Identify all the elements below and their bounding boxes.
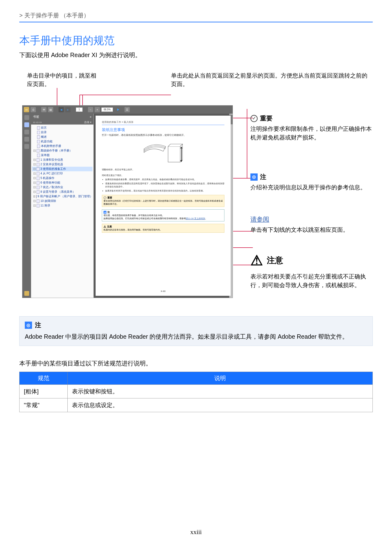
bookmarks-title: 书签 xyxy=(33,115,39,119)
bookmarks-tool-icons[interactable]: ▭ ▭ ▭ xyxy=(33,121,42,124)
edit-panel-icon[interactable] xyxy=(24,130,29,134)
legend-see-desc: 单击有下划线的文本以跳至相应页面。 xyxy=(250,226,376,234)
callout-back-click: 单击此处从当前页返回至之前显示的页面。方便您从当前页返回至跳转之前的页面。 xyxy=(171,72,368,88)
note-tail: 。 xyxy=(205,217,207,220)
caution-head: 注意 xyxy=(107,225,112,228)
important-body: 要在使用过的纸张（已经打印过的纸张）上进行复印时，请勿使用装订或者固定在一起的纸… xyxy=(103,199,223,206)
forward-button[interactable]: ▶ xyxy=(65,107,71,112)
bookmark-item[interactable]: +9 用户验证和帐户 （用户登录、部门管理） xyxy=(32,194,93,199)
legend-see: 请参阅 单击有下划线的文本以跳至相应页面。 xyxy=(250,215,376,234)
doc-page-number: x-xx xyxy=(96,290,231,292)
bookmark-item[interactable]: 目录 xyxy=(32,130,93,135)
tool-icon[interactable]: ☰ xyxy=(124,107,130,112)
legend-important-desc: 注明操作要求和限制条件，以便用户正确操作本机并避免机器或财产损坏。 xyxy=(250,124,376,142)
bookmark-item[interactable]: +6 使用各种功能 xyxy=(32,180,93,185)
doc-bullet: 如果纸张卷曲或者折叠，请将其抚平，然后再装入纸盒。卷曲或者折叠的纸张可能会造成卡… xyxy=(105,178,225,181)
legend-warn: ⚠注意 表示若对相关要点不引起充分重视或不正确执行，则可能会导致人身伤害，或机械… xyxy=(250,250,376,290)
bookmarks-options[interactable]: 选项 xyxy=(84,121,89,124)
zoom-in-icon[interactable]: + xyxy=(95,107,100,112)
warning-icon: ⚠ xyxy=(250,250,263,271)
bookmark-item[interactable]: +4 从 PC 进行打印 xyxy=(32,171,93,176)
leader-line xyxy=(233,247,253,248)
header-rule xyxy=(19,22,373,22)
conventions-table: 规范 说明 [粗体]表示按键和按钮。"常规"表示信息或设定。 xyxy=(19,372,373,412)
legend-warn-title: 注意 xyxy=(267,254,283,266)
big-note-title: 注 xyxy=(35,321,41,329)
bookmark-item[interactable]: +3 使用前的准备工作 xyxy=(32,167,93,171)
leader-line xyxy=(247,109,247,178)
see-link[interactable]: 第11-16 页上的纸张 xyxy=(186,217,205,220)
pages-panel-icon[interactable] xyxy=(24,115,29,120)
bookmark-item[interactable]: +2 安装并设置机器 xyxy=(32,162,93,167)
table-head-c1: 规范 xyxy=(20,372,68,384)
doc-rule xyxy=(102,125,225,125)
doc-bullets: 如果纸张卷曲或者折叠，请将其抚平，然后再装入纸盒。卷曲或者折叠的纸张可能会造成卡… xyxy=(102,178,225,192)
warning-icon: ⚠ xyxy=(103,225,106,228)
mail-icon[interactable]: ✉ xyxy=(41,107,46,112)
bookmark-item[interactable]: +7 状态／取消作业 xyxy=(32,185,93,190)
paper-fanning-illustration xyxy=(139,139,187,166)
svg-rect-0 xyxy=(168,146,180,162)
bookmark-item[interactable]: +高级操作手册（本手册） xyxy=(32,148,93,153)
leader-line xyxy=(233,178,253,178)
toolbar: ▭ ⎙ ✉ ▤ ◀ ▶ 1 − + 66.5% ☰ xyxy=(22,105,232,114)
note-box: ◎注 请注意，有些类型的纸张易于卷曲，并可能在出纸单元处卡纸。 如果使用如公函信… xyxy=(102,209,225,221)
comment-panel-icon[interactable] xyxy=(24,137,29,142)
table-row: [粗体]表示按键和按钮。 xyxy=(20,384,373,398)
leader-line xyxy=(233,265,253,265)
bookmark-item[interactable]: 前言 xyxy=(32,125,93,130)
bookmark-item[interactable]: +11 附录 xyxy=(32,203,93,208)
bookmarks-panel: 书签 × ▭ ▭ ▭ 选项 ▾ 前言目录概述机器功能本机附带的手册+高级操作手册… xyxy=(31,114,94,298)
doc-bullet: 请避免将拆封的纸张暴露在高温和高湿环境下，纸张受潮会造成复印故障。将纸张装入手送… xyxy=(105,182,225,188)
bookmark-item[interactable]: 本机附带的手册 xyxy=(32,144,93,148)
doc-breadcrumb: 使用前的准备工作 > 装入纸张 xyxy=(102,120,225,124)
legend-important-title: 重要 xyxy=(260,114,273,123)
caution-body: 机器内的定影单元很热，请勿用手触摸。否则可能导致灼伤。 xyxy=(103,228,223,232)
print-icon[interactable]: ⎙ xyxy=(31,107,36,112)
bookmark-item[interactable]: +5 机器操作 xyxy=(32,176,93,180)
open-file-icon[interactable]: ▭ xyxy=(24,107,29,112)
adobe-reader-screenshot: ▭ ⎙ ✉ ▤ ◀ ▶ 1 − + 66.5% ☰ xyxy=(22,105,233,298)
leader-line xyxy=(233,118,253,118)
doc-p1: 请翻动纸张，然后在平面上拍齐。 xyxy=(102,168,225,172)
big-note-box: ◎注 Adobe Reader 中显示的项目因 Adobe Reader 的使用… xyxy=(19,316,373,346)
bookmark-item[interactable]: +1 法律和安全信息 xyxy=(32,158,93,162)
page-number: xxiii xyxy=(0,528,392,536)
table-cell-key: [粗体] xyxy=(20,384,68,398)
doc-p2: 同时请注意以下项目。 xyxy=(102,174,225,177)
note-head: 注 xyxy=(107,211,110,214)
diagram-area: 单击目录中的项目，跳至相应页面。 单击此处从当前页返回至之前显示的页面。方便您从… xyxy=(19,72,373,308)
table-cell-value: 表示按键和按钮。 xyxy=(68,384,373,398)
signatures-icon[interactable] xyxy=(24,291,29,296)
important-head: 重要 xyxy=(107,196,112,199)
page-field[interactable]: 1 xyxy=(76,107,83,112)
big-note-desc: Adobe Reader 中显示的项目因 Adobe Reader 的使用方法而… xyxy=(25,332,367,341)
see-link-label[interactable]: 请参阅 xyxy=(250,215,269,224)
zoom-field[interactable]: 66.5% xyxy=(101,107,113,112)
document-page: 使用前的准备工作 > 装入纸张 装纸注意事项 打开一包新纸时，请在装纸前按照如图… xyxy=(96,116,231,296)
intro-text: 下面以使用 Adobe Reader XI 为例进行说明。 xyxy=(19,51,373,59)
close-icon[interactable]: × xyxy=(90,115,92,119)
table-intro: 本手册中的某些项目通过以下所述规范进行说明。 xyxy=(19,359,373,367)
note-body2: 如果使用如公函信笺、打孔纸或印有公司标志或公司名称的预印纸等特殊纸张，请参阅 xyxy=(103,217,186,220)
doc-bullet: 如果准备长时间不使用本机，请从纸盒中取出所有纸张并将其密封保存在纸张包装袋内，以… xyxy=(105,189,225,192)
note-icon: ◎ xyxy=(250,174,258,181)
bookmark-item[interactable]: 机器功能 xyxy=(32,139,93,144)
zoom-dropdown-icon[interactable] xyxy=(117,108,119,111)
zoom-out-icon[interactable]: − xyxy=(88,107,93,112)
note-body1: 请注意，有些类型的纸张易于卷曲，并可能在出纸单元处卡纸。 xyxy=(103,214,223,217)
back-button[interactable]: ◀ xyxy=(58,107,64,112)
attachments-icon[interactable] xyxy=(24,144,29,149)
bookmark-item[interactable]: 概述 xyxy=(32,135,93,139)
page-icon[interactable]: ▤ xyxy=(48,107,53,112)
breadcrumb: > 关于操作手册 （本手册） xyxy=(19,12,373,19)
bookmark-item[interactable]: 菜单图 xyxy=(32,153,93,158)
bookmark-item[interactable]: +8 设置与登录 （系统菜单） xyxy=(32,190,93,194)
table-cell-key: "常规" xyxy=(20,398,68,412)
bookmarks-panel-icon[interactable] xyxy=(24,122,29,127)
table-cell-value: 表示信息或设定。 xyxy=(68,398,373,412)
doc-heading: 装纸注意事项 xyxy=(102,127,225,132)
bookmark-item[interactable]: +10 故障排除 xyxy=(32,199,93,203)
legend-note-desc: 介绍补充说明信息以及用于操作的参考信息。 xyxy=(250,183,376,192)
bookmarks-list: 前言目录概述机器功能本机附带的手册+高级操作手册（本手册）菜单图+1 法律和安全… xyxy=(31,124,94,209)
